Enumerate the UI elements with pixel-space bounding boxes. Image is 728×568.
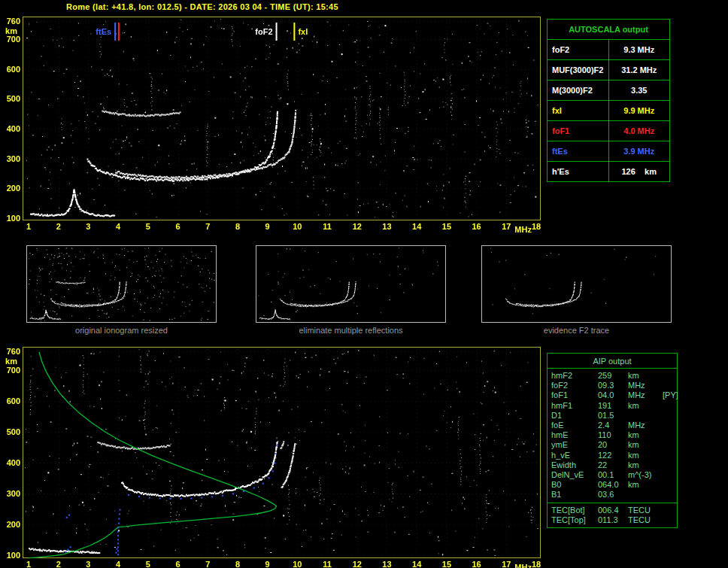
aip-rows-container: hmF2259kmfoF209.3MHzfoF104.0MHz[PY]hmF11… — [548, 369, 677, 527]
aip-row-unit — [628, 490, 663, 500]
aip-row: foE2.4MHz — [548, 421, 677, 430]
aip-row-value: 006.4 — [598, 506, 628, 515]
aip-row-name: ymE — [551, 440, 598, 450]
thumbnail-cleaned-ionogram — [256, 245, 446, 323]
aip-row-extra — [663, 440, 673, 450]
autoscala-row: fxI9.9 MHz — [548, 101, 670, 121]
aip-row-value: 04.0 — [598, 390, 628, 400]
aip-row-unit: TECU — [628, 515, 663, 525]
aip-row-value: 20 — [598, 440, 628, 450]
aip-row-unit — [628, 411, 663, 421]
aip-row-name: TEC[Bot] — [551, 506, 598, 515]
aip-row: foF104.0MHz[PY] — [548, 390, 677, 400]
caption-eliminate-reflections: eliminate multiple reflections — [256, 326, 446, 335]
aip-row-name: hmE — [551, 430, 598, 440]
autoscala-header-row: AUTOSCALA output — [548, 20, 670, 40]
aip-row-extra — [663, 470, 673, 480]
autoscala-row-label: MUF(3000)F2 — [548, 60, 609, 80]
aip-row-unit: km — [628, 460, 663, 470]
page-title: Rome (lat: +41.8, lon: 012.5) - DATE: 20… — [66, 2, 338, 11]
aip-row-extra — [663, 490, 673, 500]
autoscala-row: ftEs3.9 MHz — [548, 141, 670, 162]
autoscala-row: h'Es126 km — [548, 162, 670, 182]
bottom-ionogram-canvas — [0, 345, 544, 568]
aip-row-value: 2.4 — [598, 421, 628, 430]
thumbnail-f2-canvas — [482, 246, 671, 322]
autoscala-row-value: 4.0 MHz — [608, 121, 670, 141]
aip-row-extra — [663, 451, 673, 460]
aip-row-value: 122 — [598, 451, 628, 460]
thumbnail-f2-evidence — [481, 245, 672, 323]
autoscala-row-value: 31.2 MHz — [608, 60, 670, 80]
autoscala-row: foF14.0 MHz — [548, 121, 670, 141]
thumbnail-original-ionogram — [26, 245, 217, 323]
aip-row: Ewidth22km — [548, 460, 677, 470]
aip-row-name: DelN_vE — [551, 470, 598, 480]
autoscala-row-value: 126 km — [608, 162, 670, 182]
autoscala-row-value: 9.9 MHz — [608, 101, 670, 121]
caption-original-ionogram: original ionogram resized — [26, 326, 217, 335]
aip-row: h_vE122km — [548, 451, 677, 460]
autoscala-row-value: 3.35 — [608, 80, 670, 101]
autoscala-row-value: 3.9 MHz — [608, 141, 670, 162]
autoscala-row: foF29.3 MHz — [548, 40, 670, 60]
aip-row-name: hmF1 — [551, 401, 598, 411]
aip-row-extra — [663, 411, 673, 421]
thumbnail-original-canvas — [27, 246, 216, 322]
aip-row-unit: km — [628, 451, 663, 460]
autoscala-row-label: M(3000)F2 — [548, 80, 609, 101]
aip-row: ymE20km — [548, 440, 677, 450]
aip-row: TEC[Bot]006.4TECU — [548, 506, 677, 515]
aip-row-name: B0 — [551, 480, 598, 490]
aip-row-extra — [663, 421, 673, 430]
aip-row-value: 110 — [598, 430, 628, 440]
aip-row-value: 09.3 — [598, 381, 628, 390]
aip-row-extra — [663, 515, 673, 525]
aip-row-unit: TECU — [628, 506, 663, 515]
aip-row-unit: km — [628, 430, 663, 440]
aip-row-extra — [663, 480, 673, 490]
autoscala-row: MUF(3000)F231.2 MHz — [548, 60, 670, 80]
autoscala-row-label: h'Es — [548, 162, 609, 182]
aip-row: hmF1191km — [548, 401, 677, 411]
aip-divider — [548, 503, 677, 503]
caption-evidence-f2: evidence F2 trace — [481, 326, 672, 335]
aip-row-unit: km — [628, 371, 663, 381]
aip-row-unit: MHz — [628, 421, 663, 430]
aip-row-name: TEC[Top] — [551, 515, 598, 525]
aip-row-value: 03.6 — [598, 490, 628, 500]
aip-row-name: D1 — [551, 411, 598, 421]
aip-row-extra — [663, 460, 673, 470]
autoscala-row-label: foF1 — [548, 121, 609, 141]
aip-row: B0064.0km — [548, 480, 677, 490]
aip-row-extra: [PY] — [663, 390, 678, 400]
aip-row: hmE110km — [548, 430, 677, 440]
autoscala-row-label: fxI — [548, 101, 609, 121]
aip-row: B103.6 — [548, 490, 677, 500]
aip-row-value: 01.5 — [598, 411, 628, 421]
top-ionogram-canvas — [0, 14, 544, 236]
aip-row-extra — [663, 371, 673, 381]
aip-row: DelN_vE00.1m^(-3) — [548, 470, 677, 480]
aip-row-name: hmF2 — [551, 371, 598, 381]
aip-row-value: 00.1 — [598, 470, 628, 480]
autoscala-table-title: AUTOSCALA output — [548, 20, 670, 40]
aip-row: TEC[Top]011.3TECU — [548, 515, 677, 525]
aip-row-unit: MHz — [628, 381, 663, 390]
autoscala-row-value: 9.3 MHz — [608, 40, 670, 60]
aip-row-value: 22 — [598, 460, 628, 470]
autoscala-row-label: foF2 — [548, 40, 609, 60]
aip-row-extra — [663, 401, 673, 411]
aip-row-extra — [663, 506, 673, 515]
autoscala-output-table: AUTOSCALA output foF29.3 MHzMUF(3000)F23… — [547, 19, 670, 182]
thumbnail-cleaned-canvas — [256, 246, 445, 322]
aip-row-name: B1 — [551, 490, 598, 500]
aip-row-value: 191 — [598, 401, 628, 411]
aip-row-unit: km — [628, 401, 663, 411]
aip-row-unit: MHz — [628, 390, 663, 400]
aip-row: foF209.3MHz — [548, 381, 677, 390]
aip-row-value: 011.3 — [598, 515, 628, 525]
aip-panel-title: AIP output — [548, 354, 677, 369]
aip-output-panel: AIP output hmF2259kmfoF209.3MHzfoF104.0M… — [547, 353, 678, 528]
autoscala-row: M(3000)F23.35 — [548, 80, 670, 101]
